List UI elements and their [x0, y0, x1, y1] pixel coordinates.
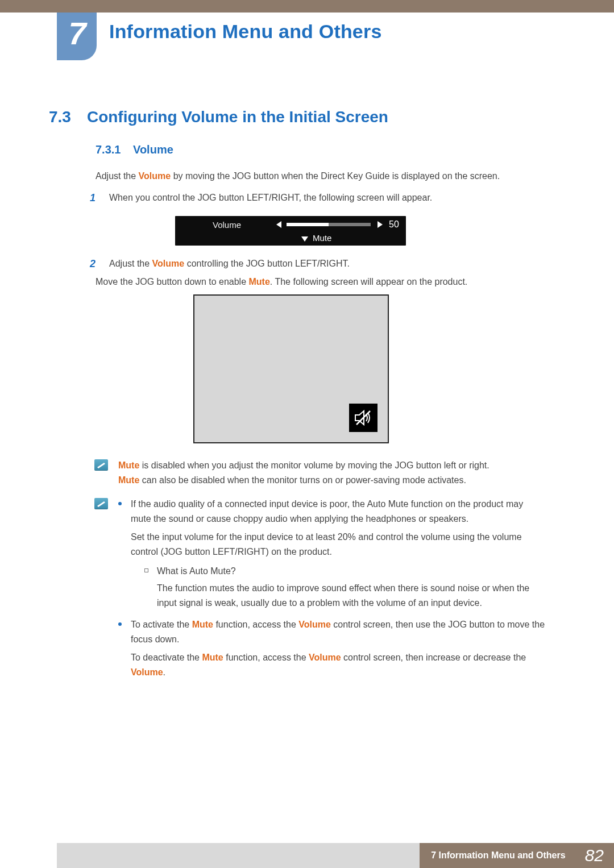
bullet-item: If the audio quality of a connected inpu…	[118, 497, 546, 610]
step-1: 1 When you control the JOG button LEFT/R…	[90, 191, 546, 205]
note-icon	[94, 459, 108, 471]
step-2: 2 Adjust the Volume controlling the JOG …	[90, 257, 546, 271]
triangle-right-icon	[377, 221, 383, 228]
step-1-text: When you control the JOG button LEFT/RIG…	[109, 191, 546, 205]
chapter-tab: 7	[57, 13, 97, 60]
step-number: 1	[90, 191, 103, 205]
section-title: Configuring Volume in the Initial Screen	[87, 108, 388, 126]
chapter-number: 7	[68, 15, 85, 52]
volume-osd: Volume 50 Mute	[175, 216, 406, 246]
intro-text: Adjust the Volume by moving the JOG butt…	[96, 169, 500, 183]
triangle-left-icon	[276, 221, 281, 228]
square-bullet-icon	[144, 568, 148, 572]
bullet-dot-icon	[118, 622, 122, 626]
osd-slider-fill	[287, 223, 329, 226]
top-accent-bar	[0, 0, 614, 13]
step-2-text: Adjust the Volume controlling the JOG bu…	[109, 257, 546, 271]
mute-instruction: Move the JOG button down to enable Mute.…	[96, 275, 546, 289]
subsection-number: 7.3.1	[96, 143, 121, 156]
sub-bullet-item: What is Auto Mute? The function mutes th…	[144, 564, 546, 610]
osd-mute-label: Mute	[313, 233, 331, 243]
note-block-1: Mute is disabled when you adjust the mon…	[94, 458, 546, 488]
note-2-body: If the audio quality of a connected inpu…	[118, 497, 546, 680]
footer-bar: 7 Information Menu and Others 82	[57, 843, 614, 868]
note-block-2: If the audio quality of a connected inpu…	[94, 497, 546, 687]
osd-volume-value: 50	[389, 219, 399, 230]
mute-icon	[349, 404, 377, 432]
mute-screen-illustration	[193, 294, 389, 443]
subsection-title: Volume	[133, 143, 173, 156]
section-number: 7.3	[49, 108, 71, 126]
footer-chapter-label: 7 Information Menu and Others	[420, 843, 574, 868]
note-icon	[94, 498, 108, 509]
footer-page-number: 82	[575, 843, 614, 868]
osd-volume-label: Volume	[213, 220, 241, 230]
note-1-body: Mute is disabled when you adjust the mon…	[118, 458, 546, 488]
step-number: 2	[90, 257, 103, 271]
section-heading: 7.3 Configuring Volume in the Initial Sc…	[49, 108, 388, 126]
subsection-heading: 7.3.1 Volume	[96, 143, 173, 156]
chapter-title: Information Menu and Others	[109, 20, 382, 43]
osd-slider-track	[287, 223, 371, 226]
bullet-item: To activate the Mute function, access th…	[118, 617, 546, 680]
bullet-dot-icon	[118, 502, 122, 505]
triangle-down-icon	[301, 236, 308, 242]
